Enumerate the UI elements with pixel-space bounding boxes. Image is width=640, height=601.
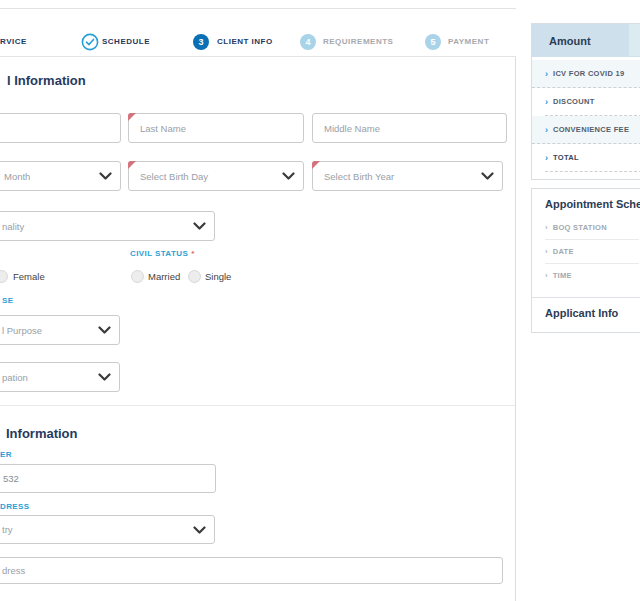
occupation-value: pation [2,372,28,383]
first-name-input[interactable] [0,113,121,143]
birth-month-value: Month [4,171,30,182]
chevron-right-icon: › [545,271,548,280]
appointment-schedule-title: Appointment Sched [545,198,640,210]
appointment-row-date: › DATE [545,240,639,264]
appointment-card: Appointment Sched › BOQ STATION › DATE ›… [531,188,640,333]
amount-row-convenience-fee: › CONVENIENCE FEE [532,116,640,144]
contact-number-label: ER [0,450,12,459]
birth-year-select[interactable]: Select Birth Year [312,161,503,191]
address-placeholder: dress [2,565,25,576]
chevron-right-icon: › [545,153,548,163]
last-name-placeholder: Last Name [140,123,186,134]
step-schedule[interactable]: SCHEDULE [102,37,150,46]
travel-purpose-value: l Purpose [2,325,42,336]
amount-row-icv: › ICV FOR COVID 19 [532,60,640,88]
required-corner [312,161,320,169]
chevron-down-icon [99,172,112,181]
amount-row-label: DISCOUNT [553,97,595,106]
step-service[interactable]: RVICE [0,37,27,46]
required-asterisk: * [191,249,195,258]
step-schedule-check-icon [81,33,99,51]
appointment-row-label: DATE [553,247,574,256]
chevron-right-icon: › [545,125,548,135]
gender-female-radio[interactable] [0,270,8,283]
travel-purpose-label: SE [2,296,13,305]
civil-married-radio[interactable] [131,270,144,283]
required-corner [128,113,136,121]
appointment-row-time: › TIME [545,264,639,287]
gender-female-label: Female [13,271,45,282]
country-value: try [2,524,13,535]
step-payment-badge: 5 [425,34,441,50]
amount-card: Amount › ICV FOR COVID 19 › DISCOUNT › C… [531,23,640,180]
amount-row-label: CONVENIENCE FEE [553,125,629,134]
address-label: DRESS [0,502,30,511]
occupation-select[interactable]: pation [0,362,120,392]
middle-name-placeholder: Middle Name [324,123,380,134]
address-input[interactable]: dress [0,557,503,584]
chevron-right-icon: › [545,247,548,256]
amount-row-label: TOTAL [553,153,579,162]
chevron-down-icon [481,172,494,181]
civil-single-label: Single [205,271,231,282]
civil-single-radio[interactable] [188,270,201,283]
civil-status-label: CIVIL STATUS* [130,249,195,258]
chevron-right-icon: › [545,97,548,107]
nationality-select[interactable]: nality [0,211,215,241]
personal-information-title: l Information [7,73,86,88]
applicant-info-title: Applicant Info [545,307,618,319]
chevron-right-icon: › [545,223,548,232]
country-select[interactable]: try [0,515,215,544]
appointment-row-label: BOQ STATION [553,223,607,232]
chevron-down-icon [193,222,206,231]
step-client-info[interactable]: CLIENT INFO [217,37,273,46]
stepper-bar: RVICE SCHEDULE 3 CLIENT INFO 4 REQUIREME… [0,8,516,57]
civil-married-label: Married [148,271,180,282]
step-requirements[interactable]: REQUIREMENTS [323,37,393,46]
last-name-input[interactable]: Last Name [128,113,304,143]
required-corner [128,161,136,169]
amount-row-total: › TOTAL [545,144,640,172]
step-payment[interactable]: PAYMENT [448,37,489,46]
birth-day-select[interactable]: Select Birth Day [128,161,304,191]
appointment-row-label: TIME [553,271,572,280]
chevron-down-icon [98,326,111,335]
nationality-value: nality [2,221,24,232]
travel-purpose-select[interactable]: l Purpose [0,315,120,345]
contact-number-value: 532 [3,473,19,484]
chevron-down-icon [282,172,295,181]
step-client-info-badge: 3 [193,34,209,50]
contact-information-title: Information [6,426,78,441]
chevron-right-icon: › [545,69,548,79]
section-divider [0,405,516,406]
amount-row-label: ICV FOR COVID 19 [553,69,624,78]
amount-header: Amount [532,24,640,57]
chevron-down-icon [98,373,111,382]
appointment-row-boq-station: › BOQ STATION [545,216,639,240]
page: RVICE SCHEDULE 3 CLIENT INFO 4 REQUIREME… [0,0,640,601]
amount-title: Amount [549,35,591,47]
contact-number-input[interactable]: 532 [0,464,216,493]
birth-day-value: Select Birth Day [140,171,208,182]
applicant-divider [532,297,640,298]
amount-row-discount: › DISCOUNT [545,88,640,116]
middle-name-input[interactable]: Middle Name [312,113,507,143]
birth-month-select[interactable]: Month [0,161,121,191]
birth-year-value: Select Birth Year [324,171,394,182]
chevron-down-icon [193,526,206,535]
content-sidebar-divider [515,57,516,601]
sidebar-scrollbar[interactable] [629,24,640,56]
step-requirements-badge: 4 [300,34,316,50]
